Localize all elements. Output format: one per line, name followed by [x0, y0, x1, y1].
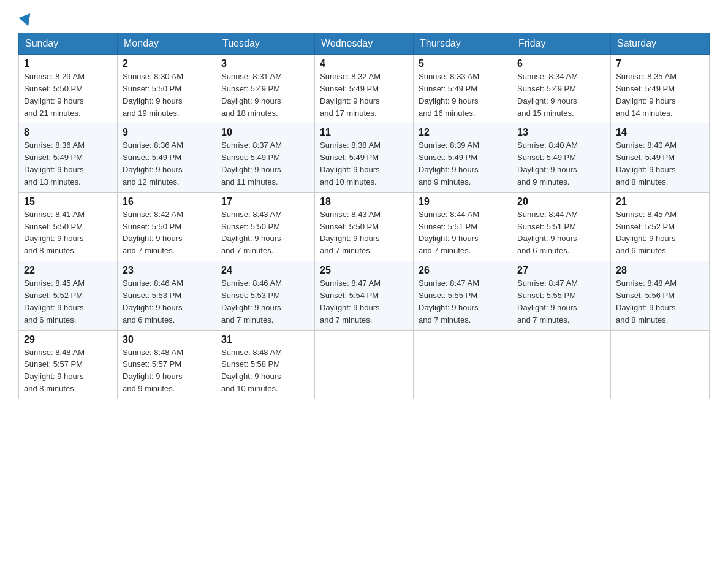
- day-number: 8: [24, 127, 112, 138]
- weekday-header-saturday: Saturday: [611, 33, 710, 55]
- day-info: Sunrise: 8:30 AMSunset: 5:50 PMDaylight:…: [123, 72, 183, 118]
- calendar-cell: [611, 330, 710, 399]
- day-info: Sunrise: 8:40 AMSunset: 5:49 PMDaylight:…: [616, 140, 677, 186]
- calendar-cell: 14 Sunrise: 8:40 AMSunset: 5:49 PMDaylig…: [611, 123, 710, 192]
- day-info: Sunrise: 8:32 AMSunset: 5:49 PMDaylight:…: [320, 72, 381, 118]
- day-number: 27: [517, 265, 605, 276]
- day-info: Sunrise: 8:38 AMSunset: 5:49 PMDaylight:…: [320, 140, 381, 186]
- day-info: Sunrise: 8:31 AMSunset: 5:49 PMDaylight:…: [221, 72, 282, 118]
- logo: [18, 15, 32, 25]
- calendar-cell: 25 Sunrise: 8:47 AMSunset: 5:54 PMDaylig…: [315, 261, 414, 330]
- calendar-cell: 10 Sunrise: 8:37 AMSunset: 5:49 PMDaylig…: [216, 123, 315, 192]
- week-row-3: 15 Sunrise: 8:41 AMSunset: 5:50 PMDaylig…: [19, 192, 710, 261]
- day-number: 18: [320, 196, 408, 207]
- day-number: 6: [517, 58, 605, 69]
- calendar-cell: 27 Sunrise: 8:47 AMSunset: 5:55 PMDaylig…: [512, 261, 611, 330]
- day-info: Sunrise: 8:39 AMSunset: 5:49 PMDaylight:…: [419, 140, 479, 186]
- calendar-cell: 26 Sunrise: 8:47 AMSunset: 5:55 PMDaylig…: [414, 261, 512, 330]
- calendar-cell: 20 Sunrise: 8:44 AMSunset: 5:51 PMDaylig…: [512, 192, 611, 261]
- day-info: Sunrise: 8:48 AMSunset: 5:56 PMDaylight:…: [616, 278, 677, 324]
- week-row-5: 29 Sunrise: 8:48 AMSunset: 5:57 PMDaylig…: [19, 330, 710, 399]
- day-info: Sunrise: 8:46 AMSunset: 5:53 PMDaylight:…: [123, 278, 183, 324]
- day-number: 4: [320, 58, 408, 69]
- day-number: 23: [123, 265, 211, 276]
- calendar-cell: 4 Sunrise: 8:32 AMSunset: 5:49 PMDayligh…: [315, 55, 414, 123]
- day-info: Sunrise: 8:37 AMSunset: 5:49 PMDaylight:…: [221, 140, 282, 186]
- calendar-cell: 11 Sunrise: 8:38 AMSunset: 5:49 PMDaylig…: [315, 123, 414, 192]
- weekday-header-sunday: Sunday: [19, 33, 118, 55]
- day-number: 21: [616, 196, 704, 207]
- day-info: Sunrise: 8:48 AMSunset: 5:57 PMDaylight:…: [24, 348, 85, 394]
- calendar-cell: 18 Sunrise: 8:43 AMSunset: 5:50 PMDaylig…: [315, 192, 414, 261]
- calendar-cell: 28 Sunrise: 8:48 AMSunset: 5:56 PMDaylig…: [611, 261, 710, 330]
- day-number: 20: [517, 196, 605, 207]
- day-number: 10: [221, 127, 309, 138]
- calendar-cell: 31 Sunrise: 8:48 AMSunset: 5:58 PMDaylig…: [216, 330, 315, 399]
- week-row-4: 22 Sunrise: 8:45 AMSunset: 5:52 PMDaylig…: [19, 261, 710, 330]
- calendar-cell: 13 Sunrise: 8:40 AMSunset: 5:49 PMDaylig…: [512, 123, 611, 192]
- day-number: 15: [24, 196, 112, 207]
- day-number: 3: [221, 58, 309, 69]
- calendar-cell: 24 Sunrise: 8:46 AMSunset: 5:53 PMDaylig…: [216, 261, 315, 330]
- calendar-cell: 29 Sunrise: 8:48 AMSunset: 5:57 PMDaylig…: [19, 330, 118, 399]
- calendar-cell: [315, 330, 414, 399]
- calendar-cell: 3 Sunrise: 8:31 AMSunset: 5:49 PMDayligh…: [216, 55, 315, 123]
- weekday-header-friday: Friday: [512, 33, 611, 55]
- day-number: 24: [221, 265, 309, 276]
- calendar-cell: 7 Sunrise: 8:35 AMSunset: 5:49 PMDayligh…: [611, 55, 710, 123]
- day-number: 28: [616, 265, 704, 276]
- page-header: [18, 12, 710, 25]
- day-number: 5: [419, 58, 507, 69]
- day-info: Sunrise: 8:48 AMSunset: 5:58 PMDaylight:…: [221, 348, 282, 394]
- day-info: Sunrise: 8:47 AMSunset: 5:55 PMDaylight:…: [517, 278, 578, 324]
- day-info: Sunrise: 8:33 AMSunset: 5:49 PMDaylight:…: [419, 72, 479, 118]
- weekday-header-wednesday: Wednesday: [315, 33, 414, 55]
- day-info: Sunrise: 8:47 AMSunset: 5:54 PMDaylight:…: [320, 278, 381, 324]
- day-info: Sunrise: 8:41 AMSunset: 5:50 PMDaylight:…: [24, 210, 85, 256]
- calendar-cell: 9 Sunrise: 8:36 AMSunset: 5:49 PMDayligh…: [118, 123, 216, 192]
- calendar-cell: 2 Sunrise: 8:30 AMSunset: 5:50 PMDayligh…: [118, 55, 216, 123]
- day-number: 30: [123, 334, 211, 345]
- day-info: Sunrise: 8:47 AMSunset: 5:55 PMDaylight:…: [419, 278, 479, 324]
- day-info: Sunrise: 8:48 AMSunset: 5:57 PMDaylight:…: [123, 348, 183, 394]
- calendar-cell: 5 Sunrise: 8:33 AMSunset: 5:49 PMDayligh…: [414, 55, 512, 123]
- week-row-1: 1 Sunrise: 8:29 AMSunset: 5:50 PMDayligh…: [19, 55, 710, 123]
- calendar-cell: 8 Sunrise: 8:36 AMSunset: 5:49 PMDayligh…: [19, 123, 118, 192]
- weekday-header-row: SundayMondayTuesdayWednesdayThursdayFrid…: [19, 33, 710, 55]
- day-number: 11: [320, 127, 408, 138]
- calendar-cell: 6 Sunrise: 8:34 AMSunset: 5:49 PMDayligh…: [512, 55, 611, 123]
- day-number: 17: [221, 196, 309, 207]
- day-number: 26: [419, 265, 507, 276]
- calendar-cell: [512, 330, 611, 399]
- calendar-cell: 21 Sunrise: 8:45 AMSunset: 5:52 PMDaylig…: [611, 192, 710, 261]
- day-info: Sunrise: 8:45 AMSunset: 5:52 PMDaylight:…: [616, 210, 677, 256]
- day-info: Sunrise: 8:36 AMSunset: 5:49 PMDaylight:…: [24, 140, 85, 186]
- day-info: Sunrise: 8:35 AMSunset: 5:49 PMDaylight:…: [616, 72, 677, 118]
- day-number: 13: [517, 127, 605, 138]
- weekday-header-monday: Monday: [118, 33, 216, 55]
- day-info: Sunrise: 8:43 AMSunset: 5:50 PMDaylight:…: [320, 210, 381, 256]
- calendar-cell: 22 Sunrise: 8:45 AMSunset: 5:52 PMDaylig…: [19, 261, 118, 330]
- day-info: Sunrise: 8:34 AMSunset: 5:49 PMDaylight:…: [517, 72, 578, 118]
- day-number: 7: [616, 58, 704, 69]
- calendar-cell: 16 Sunrise: 8:42 AMSunset: 5:50 PMDaylig…: [118, 192, 216, 261]
- day-info: Sunrise: 8:43 AMSunset: 5:50 PMDaylight:…: [221, 210, 282, 256]
- calendar-cell: 23 Sunrise: 8:46 AMSunset: 5:53 PMDaylig…: [118, 261, 216, 330]
- calendar-cell: 12 Sunrise: 8:39 AMSunset: 5:49 PMDaylig…: [414, 123, 512, 192]
- calendar-cell: 15 Sunrise: 8:41 AMSunset: 5:50 PMDaylig…: [19, 192, 118, 261]
- day-info: Sunrise: 8:29 AMSunset: 5:50 PMDaylight:…: [24, 72, 85, 118]
- calendar-cell: [414, 330, 512, 399]
- day-info: Sunrise: 8:45 AMSunset: 5:52 PMDaylight:…: [24, 278, 85, 324]
- day-info: Sunrise: 8:36 AMSunset: 5:49 PMDaylight:…: [123, 140, 183, 186]
- day-info: Sunrise: 8:44 AMSunset: 5:51 PMDaylight:…: [517, 210, 578, 256]
- day-number: 25: [320, 265, 408, 276]
- day-number: 19: [419, 196, 507, 207]
- logo-blue-text: [18, 15, 32, 25]
- calendar-cell: 19 Sunrise: 8:44 AMSunset: 5:51 PMDaylig…: [414, 192, 512, 261]
- day-number: 14: [616, 127, 704, 138]
- weekday-header-tuesday: Tuesday: [216, 33, 315, 55]
- day-info: Sunrise: 8:42 AMSunset: 5:50 PMDaylight:…: [123, 210, 183, 256]
- day-number: 9: [123, 127, 211, 138]
- day-number: 22: [24, 265, 112, 276]
- day-info: Sunrise: 8:40 AMSunset: 5:49 PMDaylight:…: [517, 140, 578, 186]
